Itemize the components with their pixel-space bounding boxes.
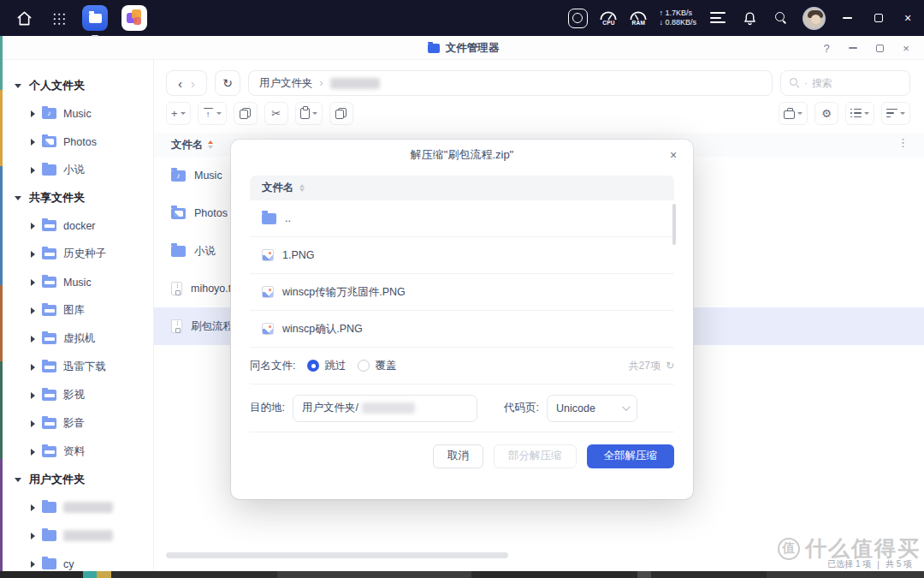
sidebar-item-thunder-download[interactable]: 迅雷下载 [3,353,153,381]
list-view-icon [850,109,862,118]
expand-arrow-icon [31,504,35,511]
window-restore-button[interactable] [870,39,889,57]
sidebar-section-user[interactable]: 用户文件夹 [3,466,153,493]
notification-bell-icon[interactable] [739,8,760,28]
upload-button[interactable]: ↑ [198,102,227,125]
cpu-label: CPU [602,20,615,26]
radio-overwrite[interactable]: 覆盖 [358,359,396,373]
forward-button[interactable]: › [191,76,195,91]
cut-button[interactable]: ✂ [264,102,288,125]
folder-icon [42,530,56,541]
sidebar-section-shared[interactable]: 共享文件夹 [3,184,153,212]
sidebar-item-gallery[interactable]: 图库 [3,296,153,325]
sort-arrows-icon [299,184,305,193]
extract-all-button[interactable]: 全部解压缩 [587,444,675,468]
redacted-path-segment [362,402,415,414]
folder-glyph [89,14,102,23]
folder-icon [42,164,56,176]
window-close-button[interactable]: × [897,39,915,57]
scissors-icon: ✂ [271,108,281,119]
refresh-button[interactable]: ↻ [215,70,240,96]
user-avatar[interactable] [803,7,826,30]
sidebar-item-vm[interactable]: 虚拟机 [3,325,153,353]
destination-label: 目的地: [250,401,285,415]
partial-extract-button[interactable]: 部分解压缩 [494,444,577,468]
codepage-select[interactable]: Unicode [547,395,637,422]
destination-input[interactable]: 用户文件夹/ [293,395,477,422]
archive-entry-winscp-transfer[interactable]: winscp传输万兆固件.PNG [250,274,674,311]
dialog-title: 解压缩"刷包流程.zip" [231,140,693,170]
search-icon[interactable] [771,8,791,28]
ram-label: RAM [632,20,646,26]
launcher-grid-icon[interactable] [48,8,68,28]
radio-unselected-icon [358,360,370,372]
ram-monitor[interactable]: RAM [629,10,648,26]
sidebar-item-photos[interactable]: Photos [3,128,153,156]
sidebar-item-media[interactable]: 影音 [3,409,153,438]
more-columns-icon[interactable]: ⋮ [897,136,909,149]
archive-entry-1png[interactable]: 1.PNG [250,237,674,274]
column-filename[interactable]: 文件名 [171,138,213,152]
total-count: 共 5 项 [886,558,912,570]
settings-button[interactable]: ⚙ [814,102,838,125]
cancel-button[interactable]: 取消 [433,444,483,468]
search-input[interactable]: · 搜索 [780,70,910,96]
paste-button[interactable] [295,102,323,125]
folder-icon [42,502,56,513]
share-folder-icon [42,390,56,401]
desktop-maximize-button[interactable] [868,8,889,28]
app-store-taskbar-icon[interactable] [121,5,147,31]
caret-down-icon [181,112,186,115]
desktop-close-button[interactable]: × [900,8,915,28]
view-mode-button[interactable] [845,102,874,125]
radio-skip[interactable]: 跳过 [307,359,346,373]
sidebar-item-novels[interactable]: 小说 [3,156,153,184]
sidebar-section-personal[interactable]: 个人文件夹 [3,72,153,99]
home-icon[interactable] [14,8,34,28]
screen-recorder-icon[interactable] [567,8,588,28]
breadcrumb-redacted-segment [330,78,380,89]
sidebar-item-movies[interactable]: 影视 [3,381,153,409]
sidebar-item-docs[interactable]: 资料 [3,438,153,466]
sidebar-item-user-2[interactable] [3,521,153,550]
sidebar-item-user-1[interactable] [3,493,153,521]
sidebar-item-docker[interactable]: docker [3,212,153,240]
sort-button[interactable] [881,102,910,125]
breadcrumb-root[interactable]: 用户文件夹 [259,76,313,91]
dialog-vertical-scrollbar[interactable] [672,204,676,245]
help-button[interactable]: ? [817,39,836,57]
desktop-minimize-button[interactable] [837,8,857,28]
folder-icon [42,558,56,569]
expand-arrow-icon [31,279,35,286]
file-manager-taskbar-icon[interactable] [82,5,108,31]
expand-arrow-icon [31,533,35,539]
sidebar-item-music[interactable]: Music [3,99,153,128]
expand-arrow-icon [31,561,35,568]
caret-down-icon [312,112,317,115]
copy-button[interactable] [234,102,258,125]
archive-entry-parent[interactable]: .. [250,200,674,237]
folder-icon [262,213,276,224]
same-name-label: 同名文件: [250,359,295,373]
dialog-column-filename[interactable]: 文件名 [250,176,674,200]
horizontal-scrollbar[interactable] [166,552,508,558]
sidebar-item-cy[interactable]: cy [3,550,153,571]
copy-icon [335,108,346,119]
caret-down-icon [797,112,803,115]
window-minimize-button[interactable] [844,39,862,57]
archive-entry-winscp-confirm[interactable]: winscp确认.PNG [250,311,674,348]
briefcase-icon [784,110,795,119]
back-button[interactable]: ‹ [178,76,182,91]
dialog-close-icon[interactable]: × [664,146,683,164]
search-placeholder: 搜索 [812,76,832,91]
duplicate-button[interactable] [329,102,353,125]
sidebar-item-shared-music[interactable]: Music [3,268,153,296]
image-file-icon [262,323,274,335]
refresh-count-icon[interactable]: ↻ [666,360,674,372]
breadcrumb[interactable]: 用户文件夹 › [248,70,773,96]
archive-tools-button[interactable] [779,102,808,125]
sidebar-item-history-seeds[interactable]: 历史种子 [3,240,153,268]
tray-expand-icon[interactable] [708,8,728,28]
cpu-monitor[interactable]: CPU [599,10,618,26]
new-item-button[interactable]: + [166,102,191,125]
